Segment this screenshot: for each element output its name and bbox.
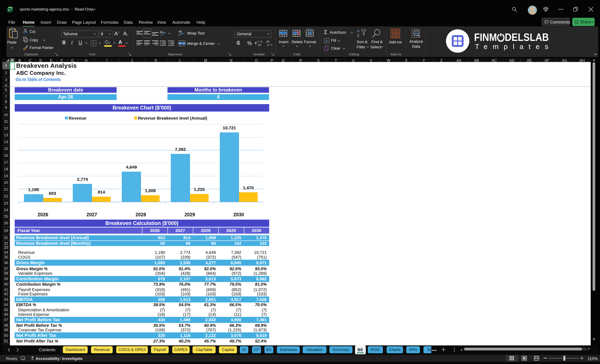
svg-text:.0: .0 (260, 40, 262, 43)
svg-text:c: c (178, 33, 180, 36)
svg-text:.0: .0 (267, 43, 269, 46)
svg-text:Z: Z (357, 34, 359, 38)
svg-text:ab: ab (159, 30, 163, 34)
svg-text:ab: ab (178, 30, 182, 33)
svg-text:.00: .00 (257, 43, 261, 46)
svg-text:.00: .00 (266, 40, 269, 43)
svg-text:x: x (8, 8, 10, 11)
svg-text:A: A (357, 29, 360, 33)
